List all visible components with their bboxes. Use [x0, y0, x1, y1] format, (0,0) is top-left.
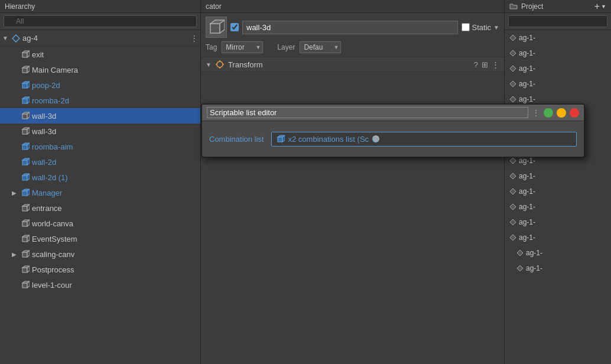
hierarchy-item-eventsystem[interactable]: EventSystem — [0, 231, 200, 246]
scriptable-title: Scriptable list editor — [207, 107, 528, 118]
hierarchy-item-scaling-canv[interactable]: ▶ scaling-canv — [0, 246, 200, 262]
hierarchy-item-wall-2d[interactable]: wall-2d — [0, 154, 200, 170]
static-dropdown-arrow[interactable]: ▼ — [493, 24, 499, 31]
cube-icon — [21, 281, 30, 289]
hierarchy-item-manager[interactable]: ▶ Manager — [0, 185, 200, 200]
project-item-ag-13[interactable]: ag-1- — [505, 214, 611, 230]
asset-icon — [509, 65, 516, 72]
project-item-ag-11[interactable]: ag-1- — [505, 184, 611, 199]
combination-list-label[interactable]: Combination list — [209, 135, 264, 144]
asset-icon — [509, 188, 516, 195]
project-item-ag-2[interactable]: ag-1- — [505, 46, 611, 61]
svg-marker-70 — [510, 188, 516, 194]
svg-rect-57 — [278, 137, 282, 142]
cube-icon — [21, 235, 30, 243]
svg-rect-40 — [22, 252, 27, 257]
asset-icon — [509, 234, 516, 241]
cube-icon — [21, 204, 30, 212]
project-item-ag-14[interactable]: ag-1- — [505, 230, 611, 245]
project-item-ag-16[interactable]: ag-1- — [505, 261, 611, 276]
add-dropdown-arrow: ▼ — [601, 4, 606, 9]
combination-target-btn[interactable]: ⊙ — [372, 135, 379, 142]
project-item-ag-3[interactable]: ag-1- — [505, 61, 611, 76]
hierarchy-item-wall-3d-2[interactable]: wall-3d — [0, 124, 200, 139]
project-item-ag-15[interactable]: ag-1- — [505, 245, 611, 261]
hierarchy-item-roomba-aim[interactable]: roomba-aim — [0, 139, 200, 154]
layer-dropdown-wrap: Defau ▼ — [300, 41, 341, 53]
project-item-label: ag-1- — [519, 95, 535, 103]
expand-arrow: ▼ — [2, 35, 9, 41]
hierarchy-item-poop-2d[interactable]: poop-2d — [0, 77, 200, 93]
hierarchy-item-label: wall-3d — [32, 112, 56, 121]
inspector-header: cator — [201, 0, 504, 13]
project-item-ag-1[interactable]: ag-1- — [505, 30, 611, 46]
layer-label: Layer — [277, 43, 295, 51]
hierarchy-search-input[interactable] — [4, 15, 197, 27]
svg-rect-16 — [22, 129, 27, 134]
transform-expand-arrow[interactable]: ▼ — [206, 61, 212, 68]
combination-field[interactable]: x2 combinations list (Sc ⊙ — [271, 132, 577, 147]
hierarchy-item-exit[interactable]: exit — [0, 47, 200, 62]
hierarchy-root[interactable]: ▼ ag-4 ⋮ — [0, 30, 200, 47]
transform-menu-icon[interactable]: ⋮ — [492, 60, 499, 69]
svg-marker-71 — [510, 204, 516, 210]
transform-icons: ? ⊞ ⋮ — [474, 60, 499, 69]
scene-icon — [12, 34, 20, 43]
project-item-label: ag-1- — [526, 249, 542, 257]
hierarchy-item-level-1-cour[interactable]: level-1-cour — [0, 277, 200, 292]
window-close-btn[interactable] — [570, 108, 579, 118]
hierarchy-item-wall-3d-1[interactable]: wall-3d — [0, 108, 200, 124]
inspector-top: Static ▼ Tag Mirror ▼ Layer Defau ▼ — [201, 13, 504, 57]
transform-header: ▼ Transform ? ⊞ ⋮ — [201, 57, 504, 72]
inspector-panel: cator Static ▼ Tag M — [201, 0, 505, 364]
hierarchy-header: Hierarchy — [0, 0, 200, 13]
svg-rect-43 — [22, 268, 27, 272]
hierarchy-item-main-camera[interactable]: Main Camera — [0, 62, 200, 77]
hierarchy-item-entrance[interactable]: entrance — [0, 200, 200, 216]
asset-icon — [509, 96, 516, 103]
hierarchy-item-postprocess[interactable]: Postprocess — [0, 262, 200, 277]
project-item-label: ag-1- — [519, 64, 535, 73]
combination-field-text: x2 combinations list (Sc — [288, 135, 369, 144]
tag-dropdown[interactable]: Mirror — [222, 41, 263, 53]
object-active-checkbox[interactable] — [230, 23, 239, 31]
hierarchy-item-wall-2d-1[interactable]: wall-2d (1) — [0, 170, 200, 185]
scriptable-list-editor: Scriptable list editor ⋮ Combination lis… — [201, 103, 585, 158]
svg-marker-60 — [510, 35, 516, 41]
project-item-label: ag-1- — [519, 157, 535, 165]
svg-rect-46 — [22, 283, 27, 288]
svg-marker-68 — [510, 158, 516, 164]
transform-help-icon[interactable]: ? — [474, 60, 478, 69]
hierarchy-item-label: entrance — [32, 204, 62, 213]
transform-settings-icon[interactable]: ⊞ — [482, 60, 488, 69]
layer-dropdown[interactable]: Defau — [300, 41, 341, 53]
svg-rect-34 — [22, 222, 27, 226]
svg-rect-22 — [22, 160, 27, 165]
cube-icon — [21, 142, 30, 151]
project-item-ag-10[interactable]: ag-1- — [505, 168, 611, 184]
cube-icon — [21, 81, 30, 89]
svg-rect-49 — [210, 24, 220, 33]
scriptable-three-dots-btn[interactable]: ⋮ — [532, 108, 540, 118]
project-item-label: ag-1- — [519, 187, 535, 196]
project-add-btn[interactable]: + ▼ — [594, 1, 606, 12]
project-item-label: ag-1- — [519, 203, 535, 211]
hierarchy-item-world-canva[interactable]: world-canva — [0, 216, 200, 231]
project-item-ag-4[interactable]: ag-1- — [505, 76, 611, 92]
hierarchy-item-label: Manager — [32, 188, 62, 197]
window-maximize-btn[interactable] — [544, 108, 553, 118]
svg-rect-19 — [22, 145, 27, 150]
cube-icon — [21, 250, 30, 258]
hierarchy-three-dots[interactable]: ⋮ — [190, 34, 198, 43]
window-minimize-btn[interactable] — [557, 108, 566, 118]
project-search-bar — [505, 13, 611, 30]
project-item-ag-12[interactable]: ag-1- — [505, 199, 611, 214]
object-name-input[interactable] — [242, 21, 458, 34]
hierarchy-item-roomba-2d[interactable]: roomba-2d — [0, 93, 200, 108]
asset-icon — [509, 50, 516, 57]
project-search-input[interactable] — [508, 15, 607, 27]
cube-icon — [21, 188, 30, 197]
combination-cube-icon — [277, 135, 285, 143]
hierarchy-item-label: Postprocess — [32, 265, 74, 274]
static-checkbox[interactable] — [462, 23, 470, 31]
